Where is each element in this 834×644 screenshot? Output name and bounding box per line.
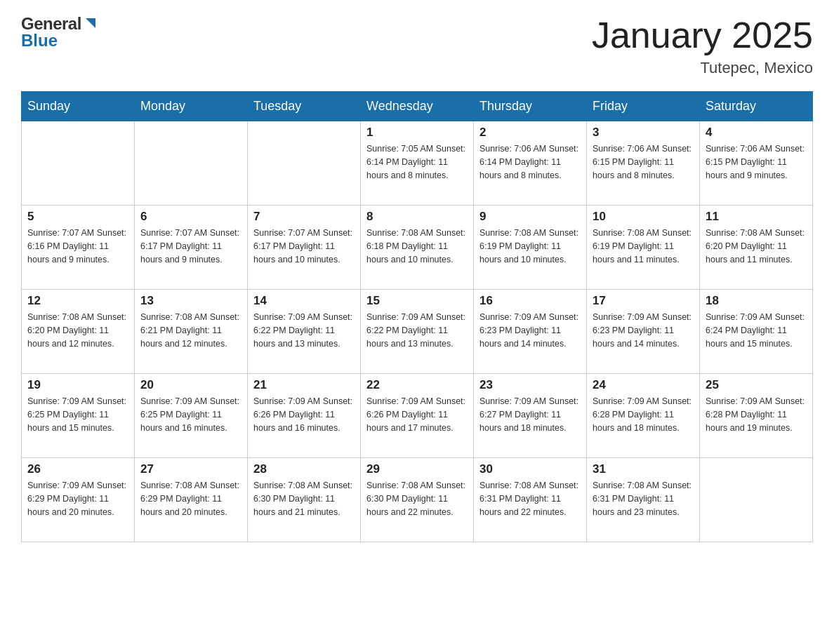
calendar-day-cell: 7Sunrise: 7:07 AM Sunset: 6:17 PM Daylig… xyxy=(248,206,361,290)
calendar-title: January 2025 xyxy=(592,14,813,56)
day-info: Sunrise: 7:09 AM Sunset: 6:29 PM Dayligh… xyxy=(27,479,128,518)
day-info: Sunrise: 7:08 AM Sunset: 6:30 PM Dayligh… xyxy=(253,479,355,518)
day-info: Sunrise: 7:08 AM Sunset: 6:21 PM Dayligh… xyxy=(140,311,241,350)
day-number: 4 xyxy=(706,126,807,140)
day-info: Sunrise: 7:08 AM Sunset: 6:30 PM Dayligh… xyxy=(366,479,468,518)
calendar-header-row: SundayMondayTuesdayWednesdayThursdayFrid… xyxy=(22,92,813,121)
calendar-day-cell xyxy=(135,121,248,206)
logo: General Blue xyxy=(21,14,98,51)
calendar-day-cell: 5Sunrise: 7:07 AM Sunset: 6:16 PM Daylig… xyxy=(22,206,135,290)
day-number: 5 xyxy=(27,210,128,224)
calendar-day-cell: 1Sunrise: 7:05 AM Sunset: 6:14 PM Daylig… xyxy=(361,121,474,206)
day-info: Sunrise: 7:09 AM Sunset: 6:25 PM Dayligh… xyxy=(27,395,128,434)
day-info: Sunrise: 7:07 AM Sunset: 6:17 PM Dayligh… xyxy=(140,227,241,266)
day-number: 18 xyxy=(706,294,807,308)
calendar-day-cell: 22Sunrise: 7:09 AM Sunset: 6:26 PM Dayli… xyxy=(361,374,474,458)
calendar-day-cell: 24Sunrise: 7:09 AM Sunset: 6:28 PM Dayli… xyxy=(587,374,700,458)
day-of-week-header: Sunday xyxy=(22,92,135,121)
calendar-day-cell: 19Sunrise: 7:09 AM Sunset: 6:25 PM Dayli… xyxy=(22,374,135,458)
day-number: 19 xyxy=(27,378,128,392)
calendar-day-cell: 20Sunrise: 7:09 AM Sunset: 6:25 PM Dayli… xyxy=(135,374,248,458)
svg-marker-0 xyxy=(86,18,95,28)
calendar-day-cell xyxy=(248,121,361,206)
logo-arrow-icon xyxy=(83,15,98,31)
calendar-day-cell xyxy=(700,458,813,542)
day-number: 24 xyxy=(593,378,694,392)
page-header: General Blue January 2025 Tutepec, Mexic… xyxy=(21,14,813,77)
day-number: 26 xyxy=(27,462,128,476)
day-of-week-header: Friday xyxy=(587,92,700,121)
day-info: Sunrise: 7:08 AM Sunset: 6:29 PM Dayligh… xyxy=(140,479,241,518)
calendar-week-row: 5Sunrise: 7:07 AM Sunset: 6:16 PM Daylig… xyxy=(22,206,813,290)
day-number: 21 xyxy=(253,378,355,392)
calendar-day-cell: 28Sunrise: 7:08 AM Sunset: 6:30 PM Dayli… xyxy=(248,458,361,542)
day-number: 20 xyxy=(140,378,241,392)
calendar-day-cell: 13Sunrise: 7:08 AM Sunset: 6:21 PM Dayli… xyxy=(135,290,248,374)
day-info: Sunrise: 7:08 AM Sunset: 6:19 PM Dayligh… xyxy=(593,227,694,266)
day-number: 29 xyxy=(366,462,468,476)
day-info: Sunrise: 7:09 AM Sunset: 6:28 PM Dayligh… xyxy=(593,395,694,434)
calendar-day-cell xyxy=(22,121,135,206)
calendar-day-cell: 12Sunrise: 7:08 AM Sunset: 6:20 PM Dayli… xyxy=(22,290,135,374)
day-info: Sunrise: 7:05 AM Sunset: 6:14 PM Dayligh… xyxy=(366,142,468,182)
day-info: Sunrise: 7:06 AM Sunset: 6:15 PM Dayligh… xyxy=(593,142,694,182)
calendar-day-cell: 17Sunrise: 7:09 AM Sunset: 6:23 PM Dayli… xyxy=(587,290,700,374)
day-number: 6 xyxy=(140,210,241,224)
day-info: Sunrise: 7:09 AM Sunset: 6:22 PM Dayligh… xyxy=(253,311,355,350)
day-of-week-header: Thursday xyxy=(474,92,587,121)
day-info: Sunrise: 7:09 AM Sunset: 6:27 PM Dayligh… xyxy=(479,395,581,434)
day-number: 31 xyxy=(593,462,694,476)
calendar-day-cell: 27Sunrise: 7:08 AM Sunset: 6:29 PM Dayli… xyxy=(135,458,248,542)
day-number: 10 xyxy=(593,210,694,224)
day-info: Sunrise: 7:09 AM Sunset: 6:23 PM Dayligh… xyxy=(593,311,694,350)
calendar-week-row: 12Sunrise: 7:08 AM Sunset: 6:20 PM Dayli… xyxy=(22,290,813,374)
calendar-day-cell: 8Sunrise: 7:08 AM Sunset: 6:18 PM Daylig… xyxy=(361,206,474,290)
day-info: Sunrise: 7:06 AM Sunset: 6:14 PM Dayligh… xyxy=(479,142,581,182)
calendar-week-row: 1Sunrise: 7:05 AM Sunset: 6:14 PM Daylig… xyxy=(22,121,813,206)
calendar-day-cell: 4Sunrise: 7:06 AM Sunset: 6:15 PM Daylig… xyxy=(700,121,813,206)
day-number: 16 xyxy=(479,294,581,308)
day-info: Sunrise: 7:08 AM Sunset: 6:20 PM Dayligh… xyxy=(27,311,128,350)
day-number: 17 xyxy=(593,294,694,308)
day-number: 28 xyxy=(253,462,355,476)
calendar-day-cell: 23Sunrise: 7:09 AM Sunset: 6:27 PM Dayli… xyxy=(474,374,587,458)
day-number: 15 xyxy=(366,294,468,308)
day-number: 30 xyxy=(479,462,581,476)
calendar-day-cell: 18Sunrise: 7:09 AM Sunset: 6:24 PM Dayli… xyxy=(700,290,813,374)
day-number: 23 xyxy=(479,378,581,392)
calendar-day-cell: 15Sunrise: 7:09 AM Sunset: 6:22 PM Dayli… xyxy=(361,290,474,374)
day-info: Sunrise: 7:09 AM Sunset: 6:28 PM Dayligh… xyxy=(706,395,807,434)
calendar-day-cell: 9Sunrise: 7:08 AM Sunset: 6:19 PM Daylig… xyxy=(474,206,587,290)
calendar-day-cell: 3Sunrise: 7:06 AM Sunset: 6:15 PM Daylig… xyxy=(587,121,700,206)
day-number: 11 xyxy=(706,210,807,224)
calendar-day-cell: 30Sunrise: 7:08 AM Sunset: 6:31 PM Dayli… xyxy=(474,458,587,542)
day-info: Sunrise: 7:08 AM Sunset: 6:31 PM Dayligh… xyxy=(479,479,581,518)
day-info: Sunrise: 7:09 AM Sunset: 6:23 PM Dayligh… xyxy=(479,311,581,350)
day-number: 3 xyxy=(593,126,694,140)
day-number: 22 xyxy=(366,378,468,392)
day-number: 2 xyxy=(479,126,581,140)
calendar-day-cell: 6Sunrise: 7:07 AM Sunset: 6:17 PM Daylig… xyxy=(135,206,248,290)
day-number: 25 xyxy=(706,378,807,392)
day-info: Sunrise: 7:09 AM Sunset: 6:24 PM Dayligh… xyxy=(706,311,807,350)
day-of-week-header: Saturday xyxy=(700,92,813,121)
day-number: 14 xyxy=(253,294,355,308)
day-number: 13 xyxy=(140,294,241,308)
calendar-day-cell: 16Sunrise: 7:09 AM Sunset: 6:23 PM Dayli… xyxy=(474,290,587,374)
day-info: Sunrise: 7:09 AM Sunset: 6:26 PM Dayligh… xyxy=(366,395,468,434)
calendar-day-cell: 10Sunrise: 7:08 AM Sunset: 6:19 PM Dayli… xyxy=(587,206,700,290)
day-info: Sunrise: 7:09 AM Sunset: 6:25 PM Dayligh… xyxy=(140,395,241,434)
calendar-day-cell: 25Sunrise: 7:09 AM Sunset: 6:28 PM Dayli… xyxy=(700,374,813,458)
day-number: 8 xyxy=(366,210,468,224)
day-info: Sunrise: 7:07 AM Sunset: 6:16 PM Dayligh… xyxy=(27,227,128,266)
day-of-week-header: Tuesday xyxy=(248,92,361,121)
logo-blue-text: Blue xyxy=(21,31,98,51)
day-info: Sunrise: 7:06 AM Sunset: 6:15 PM Dayligh… xyxy=(706,142,807,182)
day-number: 1 xyxy=(366,126,468,140)
calendar-day-cell: 31Sunrise: 7:08 AM Sunset: 6:31 PM Dayli… xyxy=(587,458,700,542)
calendar-day-cell: 2Sunrise: 7:06 AM Sunset: 6:14 PM Daylig… xyxy=(474,121,587,206)
day-number: 12 xyxy=(27,294,128,308)
calendar-day-cell: 14Sunrise: 7:09 AM Sunset: 6:22 PM Dayli… xyxy=(248,290,361,374)
day-of-week-header: Wednesday xyxy=(361,92,474,121)
day-info: Sunrise: 7:08 AM Sunset: 6:31 PM Dayligh… xyxy=(593,479,694,518)
